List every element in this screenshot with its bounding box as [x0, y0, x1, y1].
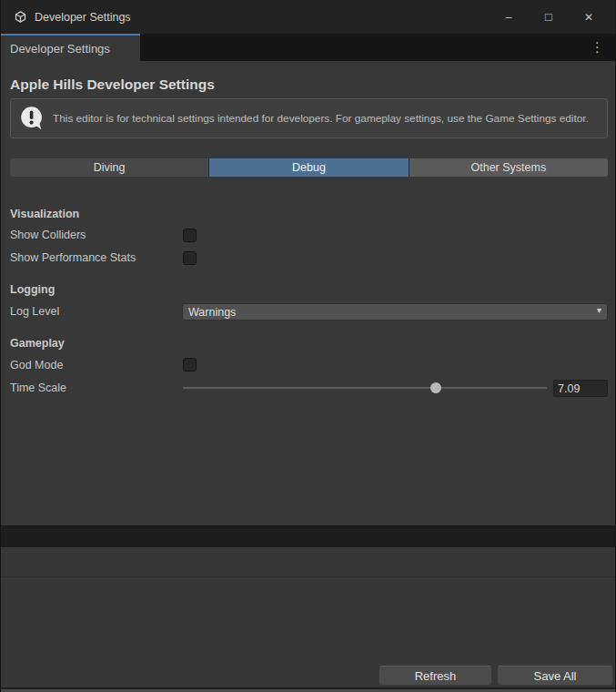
chevron-down-icon: ▾: [597, 305, 601, 315]
label-show-performance-stats: Show Performance Stats: [10, 251, 136, 264]
slider-track[interactable]: [183, 387, 547, 389]
panel-divider: [1, 525, 615, 547]
save-all-button[interactable]: Save All: [497, 666, 613, 686]
section-title-gameplay: Gameplay: [10, 337, 65, 350]
tab-menu-kebab-icon[interactable]: ⋮: [591, 34, 604, 61]
label-show-colliders: Show Colliders: [10, 229, 86, 241]
helpbox-text: This editor is for technical settings in…: [53, 112, 589, 126]
developer-settings-window: Developer Settings – □ ✕ Developer Setti…: [0, 0, 616, 692]
toolbar-tabs: Diving Debug Other Systems: [10, 158, 608, 177]
minimize-button[interactable]: –: [489, 0, 529, 34]
toolbar-tab-other-systems[interactable]: Other Systems: [409, 158, 608, 177]
checkbox-god-mode[interactable]: [183, 358, 197, 371]
toolbar-tab-diving[interactable]: Diving: [10, 158, 209, 177]
checkbox-show-colliders[interactable]: [183, 229, 197, 242]
label-god-mode: God Mode: [10, 359, 63, 371]
lower-panel-divider-line: [1, 576, 615, 577]
titlebar: Developer Settings – □ ✕: [1, 0, 615, 34]
maximize-button[interactable]: □: [529, 0, 569, 34]
time-scale-slider[interactable]: [183, 377, 547, 399]
unity-logo-icon: [14, 10, 27, 24]
info-bubble-icon: [19, 106, 45, 132]
slider-handle[interactable]: [430, 382, 441, 393]
refresh-button[interactable]: Refresh: [379, 666, 492, 686]
helpbox: This editor is for technical settings in…: [10, 98, 608, 138]
tab-strip: Developer Settings ⋮: [1, 34, 615, 61]
section-title-logging: Logging: [10, 283, 55, 296]
label-time-scale: Time Scale: [10, 382, 66, 394]
tab-developer-settings[interactable]: Developer Settings: [1, 34, 140, 61]
label-log-level: Log Level: [10, 305, 59, 318]
log-level-dropdown[interactable]: Warnings ▾: [182, 303, 608, 321]
toolbar-tab-debug[interactable]: Debug: [209, 158, 409, 177]
page-title: Apple Hills Developer Settings: [10, 76, 215, 93]
time-scale-field[interactable]: [553, 380, 608, 397]
log-level-value: Warnings: [188, 306, 236, 319]
section-title-visualization: Visualization: [10, 208, 79, 220]
tab-label: Developer Settings: [10, 42, 110, 56]
checkbox-show-performance-stats[interactable]: [183, 251, 197, 265]
window-title: Developer Settings: [35, 11, 131, 24]
close-button[interactable]: ✕: [569, 0, 609, 34]
window-controls: – □ ✕: [489, 0, 609, 34]
